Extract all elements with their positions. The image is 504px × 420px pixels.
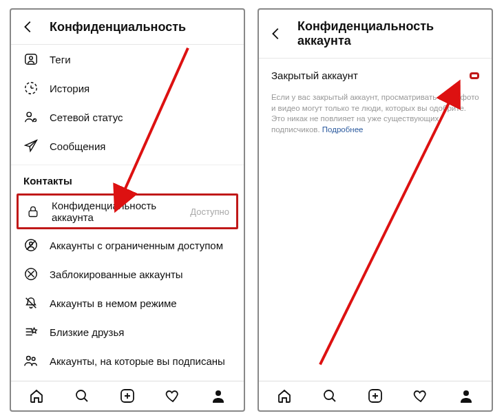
svg-line-23 bbox=[332, 398, 335, 401]
item-label: Конфиденциальность аккаунта bbox=[52, 200, 179, 223]
toggle-knob bbox=[459, 78, 472, 92]
history-icon bbox=[23, 81, 39, 96]
svg-rect-5 bbox=[29, 211, 37, 216]
item-following[interactable]: Аккаунты, на которые вы подписаны bbox=[11, 346, 244, 375]
back-button[interactable] bbox=[21, 19, 36, 34]
toggle-label: Закрытый аккаунт bbox=[271, 70, 358, 81]
nav-home[interactable] bbox=[28, 387, 45, 405]
nav-profile[interactable] bbox=[209, 387, 227, 405]
screen-privacy: Конфиденциальность Теги История Сетевой … bbox=[10, 8, 245, 412]
header: Конфиденциальность аккаунта bbox=[259, 10, 492, 59]
svg-point-27 bbox=[463, 390, 469, 396]
following-icon bbox=[23, 353, 39, 368]
blocked-icon bbox=[23, 266, 39, 282]
item-muted[interactable]: Аккаунты в немом режиме bbox=[11, 288, 244, 317]
back-button[interactable] bbox=[269, 26, 284, 41]
svg-line-16 bbox=[84, 398, 87, 401]
page-title: Конфиденциальность аккаунта bbox=[297, 19, 481, 48]
item-account-privacy[interactable]: Конфиденциальность аккаунта Доступно bbox=[17, 193, 238, 229]
item-restricted[interactable]: Аккаунты с ограниченным доступом bbox=[11, 231, 244, 260]
svg-point-20 bbox=[216, 390, 221, 396]
item-trailing: Доступно bbox=[190, 207, 229, 217]
nav-search[interactable] bbox=[321, 387, 339, 405]
svg-point-1 bbox=[30, 56, 33, 60]
messages-icon bbox=[23, 138, 39, 154]
screen-account-privacy: Конфиденциальность аккаунта Закрытый акк… bbox=[258, 8, 493, 412]
item-messages[interactable]: Сообщения bbox=[11, 132, 244, 160]
item-label: Аккаунты в немом режиме bbox=[50, 297, 177, 309]
nav-home[interactable] bbox=[275, 387, 293, 405]
row-private-account: Закрытый аккаунт bbox=[259, 59, 492, 88]
status-icon bbox=[23, 109, 39, 125]
svg-point-3 bbox=[27, 112, 31, 116]
restricted-icon bbox=[23, 238, 39, 253]
nav-add[interactable] bbox=[118, 387, 136, 405]
item-label: Аккаунты с ограниченным доступом bbox=[50, 240, 223, 251]
nav-activity[interactable] bbox=[164, 387, 182, 405]
private-account-description: Если у вас закрытый аккаунт, просматрива… bbox=[259, 88, 492, 142]
item-label: Заблокированные аккаунты bbox=[50, 269, 183, 280]
content: Закрытый аккаунт Если у вас закрытый акк… bbox=[259, 59, 492, 381]
page-title: Конфиденциальность bbox=[50, 20, 186, 34]
nav-profile[interactable] bbox=[457, 387, 475, 405]
close-friends-icon bbox=[23, 324, 39, 339]
nav-activity[interactable] bbox=[412, 387, 430, 405]
item-blocked[interactable]: Заблокированные аккаунты bbox=[11, 260, 244, 288]
item-story[interactable]: История bbox=[11, 74, 244, 103]
nav-search[interactable] bbox=[73, 387, 91, 405]
bottom-nav bbox=[259, 381, 492, 410]
item-label: Близкие друзья bbox=[50, 326, 124, 338]
item-activity-status[interactable]: Сетевой статус bbox=[11, 103, 244, 132]
learn-more-link[interactable]: Подробнее bbox=[322, 125, 364, 134]
tag-user-icon bbox=[23, 52, 39, 67]
item-label: Аккаунты, на которые вы подписаны bbox=[50, 355, 225, 367]
item-tags[interactable]: Теги bbox=[11, 45, 244, 74]
header: Конфиденциальность bbox=[11, 10, 244, 45]
item-label: Сетевой статус bbox=[50, 112, 123, 123]
muted-icon bbox=[23, 295, 39, 311]
nav-add[interactable] bbox=[366, 387, 384, 405]
lock-icon bbox=[25, 204, 41, 219]
svg-point-13 bbox=[27, 357, 31, 361]
svg-point-14 bbox=[32, 357, 35, 361]
content-list: Теги История Сетевой статус Сообщения Ко… bbox=[11, 45, 244, 381]
item-label: История bbox=[50, 83, 90, 94]
item-label: Теги bbox=[50, 54, 71, 65]
annotation-highlight bbox=[470, 72, 479, 79]
item-label: Сообщения bbox=[50, 140, 105, 152]
bottom-nav bbox=[11, 381, 244, 410]
item-close-friends[interactable]: Близкие друзья bbox=[11, 317, 244, 346]
section-contacts: Контакты bbox=[11, 165, 244, 192]
